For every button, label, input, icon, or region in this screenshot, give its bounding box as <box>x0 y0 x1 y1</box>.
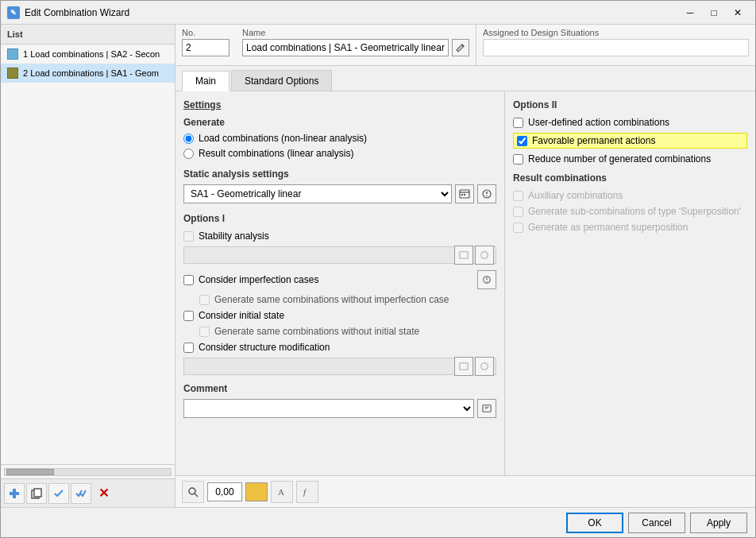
svg-text:A: A <box>278 487 284 497</box>
maximize-button[interactable]: □ <box>703 5 725 21</box>
top-bar: No. Name Assigned to Design Situations <box>176 25 755 66</box>
close-button[interactable]: ✕ <box>727 5 749 21</box>
minimize-button[interactable]: ─ <box>679 5 701 21</box>
add-button[interactable] <box>4 483 25 504</box>
copy-button[interactable] <box>26 483 47 504</box>
user-defined-input[interactable] <box>513 118 523 128</box>
reduce-input[interactable] <box>513 154 523 164</box>
imperfection-checkbox[interactable]: Consider imperfection cases <box>183 270 496 289</box>
radio-load-label: Load combinations (non-linear analysis) <box>199 133 367 144</box>
structure-mod-checkbox[interactable]: Consider structure modification <box>183 342 496 353</box>
list-items: 1 Load combinations | SA2 - Secon 2 Load… <box>1 45 175 254</box>
imperfection-icon-btn[interactable] <box>477 270 496 289</box>
permanent-superposition-input[interactable] <box>513 223 523 233</box>
svg-text:f: f <box>303 487 307 497</box>
comment-select[interactable] <box>183 399 474 418</box>
check-button[interactable] <box>48 483 69 504</box>
list-item[interactable]: 1 Load combinations | SA2 - Secon <box>1 45 175 64</box>
initial-state-sub-input[interactable] <box>199 327 210 337</box>
window-title: Edit Combination Wizard <box>25 7 129 18</box>
radio-result-input[interactable] <box>183 149 194 159</box>
structure-mod-icon-btn2[interactable] <box>475 357 494 376</box>
options2-title: Options II <box>513 99 747 110</box>
list-item-selected[interactable]: 2 Load combinations | SA1 - Geom <box>1 64 175 83</box>
result-combinations-title: Result combinations <box>513 172 747 184</box>
comment-icon-btn[interactable] <box>477 399 496 418</box>
delete-button[interactable]: ✕ <box>93 483 114 504</box>
assigned-box <box>483 39 749 56</box>
cancel-button[interactable]: Cancel <box>628 513 685 533</box>
sub-combinations-input[interactable] <box>513 207 523 217</box>
no-input[interactable] <box>182 39 230 56</box>
structure-mod-icon-btn1[interactable] <box>454 357 473 376</box>
imperfection-sub-input[interactable] <box>199 295 210 305</box>
no-field-group: No. <box>176 25 236 65</box>
svg-rect-8 <box>464 194 465 195</box>
svg-point-13 <box>481 252 488 259</box>
svg-rect-12 <box>460 252 468 259</box>
radio-result-combinations[interactable]: Result combinations (linear analysis) <box>183 148 496 159</box>
main-content: List 1 Load combinations | SA2 - Secon 2… <box>1 25 755 507</box>
sub-combinations-checkbox[interactable]: Generate sub-combinations of type 'Super… <box>513 206 747 217</box>
main-window: ✎ Edit Combination Wizard ─ □ ✕ List 1 L… <box>0 0 756 538</box>
favorable-checkbox[interactable]: Favorable permanent actions <box>513 133 747 149</box>
favorable-input[interactable] <box>517 136 527 146</box>
color-box[interactable] <box>245 482 268 501</box>
initial-state-input[interactable] <box>183 311 194 321</box>
search-icon-btn[interactable] <box>182 481 204 503</box>
structure-mod-input[interactable] <box>183 343 194 353</box>
comment-section: Comment <box>183 383 496 418</box>
user-defined-checkbox[interactable]: User-defined action combinations <box>513 117 747 128</box>
text-icon-btn[interactable]: A <box>271 481 293 503</box>
imperfection-sub-checkbox[interactable]: Generate same combinations without imper… <box>199 294 496 305</box>
title-bar-left: ✎ Edit Combination Wizard <box>7 6 129 19</box>
window-controls: ─ □ ✕ <box>679 5 749 21</box>
static-analysis-select[interactable]: SA1 - Geometrically linear <box>183 184 452 203</box>
initial-state-sub-checkbox[interactable]: Generate same combinations without initi… <box>199 326 496 337</box>
name-field-group: Name <box>236 25 476 65</box>
stability-input[interactable] <box>183 231 194 242</box>
name-input[interactable] <box>242 39 449 56</box>
generate-title: Generate <box>183 117 496 128</box>
radio-load-combinations[interactable]: Load combinations (non-linear analysis) <box>183 133 496 144</box>
left-content: Settings Generate Load combinations (non… <box>176 91 505 475</box>
function-icon-btn[interactable]: f <box>296 481 318 503</box>
structure-mod-label: Consider structure modification <box>199 342 330 353</box>
static-analysis-label: Static analysis settings <box>183 168 496 180</box>
options1-section: Options I Stability analysis <box>183 213 496 375</box>
auxiliary-checkbox[interactable]: Auxiliary combinations <box>513 190 747 201</box>
user-defined-label: User-defined action combinations <box>528 117 669 128</box>
static-icon-btn2[interactable] <box>477 184 496 203</box>
initial-state-checkbox[interactable]: Consider initial state <box>183 310 496 321</box>
reduce-checkbox[interactable]: Reduce number of generated combinations <box>513 153 747 164</box>
stability-icon-btn2[interactable] <box>475 246 494 265</box>
tab-main[interactable]: Main <box>182 71 230 91</box>
list-panel: List 1 Load combinations | SA2 - Secon 2… <box>1 25 176 507</box>
auxiliary-input[interactable] <box>513 191 523 201</box>
name-edit-button[interactable] <box>452 39 469 56</box>
stability-label: Stability analysis <box>199 230 269 242</box>
item-icon-olive <box>7 68 18 79</box>
check2-button[interactable] <box>71 483 91 504</box>
list-item-label-2: 2 Load combinations | SA1 - Geom <box>23 68 159 78</box>
assigned-label: Assigned to Design Situations <box>483 28 749 37</box>
content-area: Settings Generate Load combinations (non… <box>176 91 755 475</box>
sub-combinations-label: Generate sub-combinations of type 'Super… <box>528 206 741 217</box>
apply-button[interactable]: Apply <box>690 513 747 533</box>
permanent-superposition-label: Generate as permanent superposition <box>528 222 688 233</box>
static-icon-btn1[interactable] <box>455 184 474 203</box>
stability-checkbox[interactable]: Stability analysis <box>183 230 496 242</box>
structure-mod-disabled-bar <box>183 358 496 375</box>
imperfection-input[interactable] <box>183 275 194 285</box>
tab-standard-options[interactable]: Standard Options <box>231 70 332 91</box>
favorable-label: Favorable permanent actions <box>532 135 655 146</box>
radio-load-input[interactable] <box>183 134 194 144</box>
ok-button[interactable]: OK <box>566 513 623 533</box>
stability-disabled-bar <box>183 246 496 264</box>
permanent-superposition-checkbox[interactable]: Generate as permanent superposition <box>513 222 747 233</box>
stability-icon-btn1[interactable] <box>454 246 473 265</box>
imperfection-sub-label: Generate same combinations without imper… <box>214 294 449 305</box>
no-label: No. <box>182 28 230 37</box>
imperfection-label: Consider imperfection cases <box>199 274 318 285</box>
initial-state-sub-label: Generate same combinations without initi… <box>214 326 419 337</box>
